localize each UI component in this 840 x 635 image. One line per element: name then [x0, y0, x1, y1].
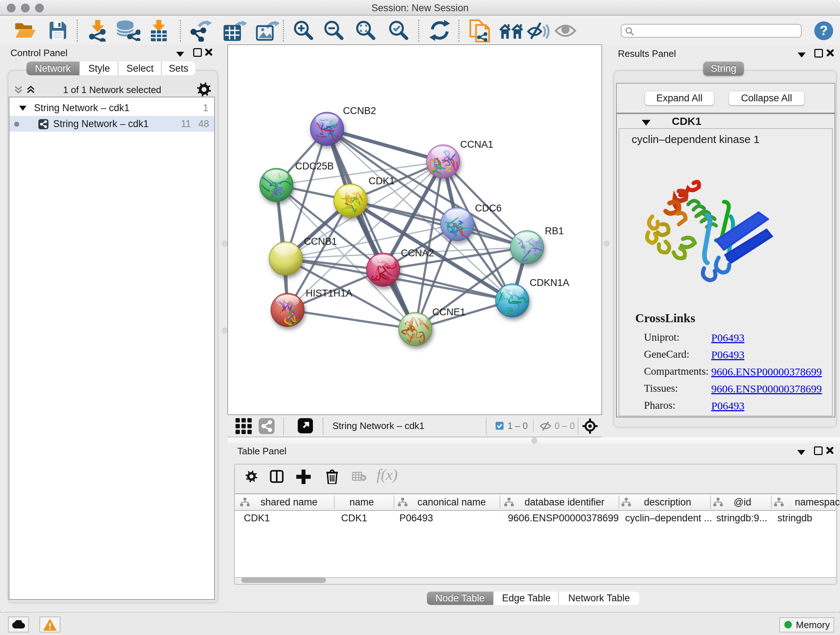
svg-text:CDC25B: CDC25B [295, 161, 334, 172]
svg-text:RB1: RB1 [545, 226, 564, 236]
svg-text:CCNE1: CCNE1 [432, 307, 466, 318]
svg-text:CCNA2: CCNA2 [401, 248, 434, 258]
svg-text:CDC6: CDC6 [475, 203, 502, 214]
svg-text:CDKN1A: CDKN1A [530, 277, 569, 288]
svg-text:CCNB2: CCNB2 [343, 105, 376, 116]
svg-text:CCNB1: CCNB1 [304, 236, 337, 247]
svg-text:CCNA1: CCNA1 [460, 139, 493, 150]
svg-text:CDK1: CDK1 [369, 176, 395, 187]
svg-text:HIST1H1A: HIST1H1A [306, 288, 352, 299]
